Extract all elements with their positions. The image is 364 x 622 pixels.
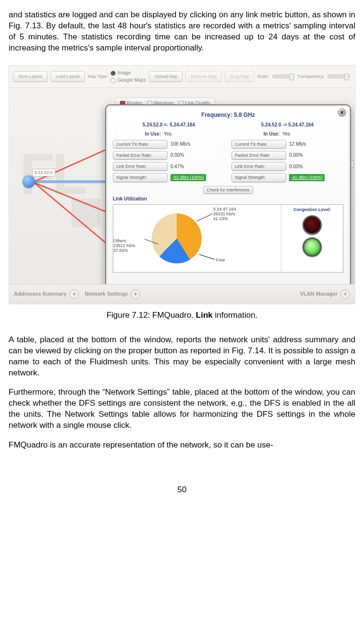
signal-strength-button[interactable]: Signal Strength: xyxy=(113,173,168,182)
paragraph-4: FMQuadro is an accurate representation o… xyxy=(9,440,355,451)
in-use-label: In Use: xyxy=(231,131,279,137)
link-line-blue xyxy=(28,180,110,183)
link-utilization-chart: 5.24.47.164 26231 Kb/s 41.13% Others 235… xyxy=(113,204,343,273)
pie-chart xyxy=(152,213,202,263)
network-settings-button[interactable]: Network Settings+ xyxy=(85,289,140,299)
network-node[interactable] xyxy=(23,175,35,188)
tx-rate-button[interactable]: Current TX Rate: xyxy=(113,140,168,149)
paragraph-2: A table, placed at the bottom of the win… xyxy=(9,335,355,379)
tx-rate-button[interactable]: Current TX Rate: xyxy=(231,140,286,149)
addresses-summary-button[interactable]: Addresses Summary+ xyxy=(14,289,79,299)
figure-caption: Figure 7.12: FMQuadro. Link information. xyxy=(9,310,355,321)
radio-off-icon xyxy=(110,78,116,83)
tx-rate-value: 12 Mb/s xyxy=(289,141,306,148)
congestion-lamp-green-icon xyxy=(303,237,322,257)
pie-label-others: Others 23512 Kb/s 37.83% xyxy=(113,238,135,253)
link-utilization-title: Link Utilization xyxy=(113,196,343,202)
page-number: 50 xyxy=(9,485,355,496)
signal-strength-button[interactable]: Signal Strength: xyxy=(231,173,286,182)
link-error-rate-button[interactable]: Link Error Rate: xyxy=(231,162,286,171)
expand-icon: + xyxy=(131,289,140,299)
node-ip-label: 5.24.52.0 xyxy=(32,169,55,176)
paragraph-1: and statistics are logged and can be dis… xyxy=(9,10,355,54)
upload-map-button[interactable]: Upload Map xyxy=(149,71,183,82)
in-use-value: Yes xyxy=(164,131,171,137)
link-error-rate-button[interactable]: Link Error Rate: xyxy=(113,162,168,171)
vlan-manager-button[interactable]: VLAN Manager+ xyxy=(300,289,350,299)
expand-icon: + xyxy=(340,289,350,299)
link-right-column: 5.24.52.0 -> 5.24.47.164 In Use:Yes Curr… xyxy=(231,122,343,185)
link-direction-left: 5.24.52.0 <- 5.24.47.164 xyxy=(113,122,225,128)
packet-error-rate-button[interactable]: Packet Error Rate: xyxy=(231,151,286,160)
bottom-panel-bar: Addresses Summary+ Network Settings+ VLA… xyxy=(9,284,355,304)
scale-slider[interactable] xyxy=(272,75,294,78)
tx-rate-value: 108 Mb/s xyxy=(170,141,190,148)
fmquadro-screenshot: Save Layout Load Layout Map Type: Image … xyxy=(9,65,355,304)
load-layout-button[interactable]: Load Layout xyxy=(50,71,85,82)
leader-line xyxy=(199,254,215,259)
congestion-label: Congestion Level: xyxy=(283,207,341,212)
link-left-column: 5.24.52.0 <- 5.24.47.164 In Use:Yes Curr… xyxy=(113,122,225,185)
expand-icon: + xyxy=(69,289,79,299)
radio-on-icon xyxy=(110,71,116,76)
scale-label: Scale: xyxy=(257,74,269,79)
ler-value: 0.47% xyxy=(170,163,184,170)
map-type-image-option[interactable]: Image xyxy=(110,70,146,76)
in-use-label: In Use: xyxy=(113,131,161,137)
congestion-lamp-red-icon xyxy=(303,215,322,235)
packet-error-rate-button[interactable]: Packet Error Rate: xyxy=(113,151,168,160)
per-value: 0.00% xyxy=(170,152,184,159)
figure-7-12: Save Layout Load Layout Map Type: Image … xyxy=(9,65,355,304)
map-type-google-option[interactable]: Google Maps xyxy=(110,77,146,84)
signal-strength-value: -52 dBm (100%) xyxy=(170,174,206,181)
link-info-popup: × Frequency: 5.8 GHz 5.24.52.0 <- 5.24.4… xyxy=(105,104,351,302)
popup-title: Frequency: 5.8 GHz xyxy=(113,111,343,119)
check-interference-button[interactable]: Check for Interference xyxy=(203,186,253,194)
paragraph-3: Furthermore, through the “Network Settin… xyxy=(9,387,355,431)
pie-label-free: Free xyxy=(216,258,225,262)
link-direction-right: 5.24.52.0 -> 5.24.47.164 xyxy=(231,122,343,128)
remove-map-button[interactable]: Remove Map xyxy=(185,71,222,82)
pie-label-primary: 5.24.47.164 26231 Kb/s 41.13% xyxy=(213,207,236,222)
close-icon[interactable]: × xyxy=(338,108,346,117)
in-use-value: Yes xyxy=(282,131,290,137)
per-value: 0.00% xyxy=(289,152,303,159)
congestion-panel: Congestion Level: xyxy=(281,205,343,272)
map-toolbar: Save Layout Load Layout Map Type: Image … xyxy=(9,66,355,88)
transparency-slider[interactable] xyxy=(328,75,350,78)
save-layout-button[interactable]: Save Layout xyxy=(13,71,48,82)
ler-value: 0.00% xyxy=(289,163,303,170)
drag-map-button[interactable]: Drag Map xyxy=(225,71,255,82)
transparency-label: Transparency: xyxy=(297,74,325,79)
signal-strength-value: -41 dBm (100%) xyxy=(289,174,325,181)
map-type-label: Map Type: xyxy=(88,74,108,79)
leader-line xyxy=(196,213,212,221)
